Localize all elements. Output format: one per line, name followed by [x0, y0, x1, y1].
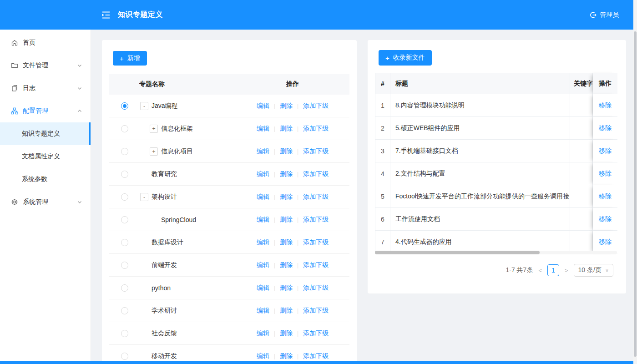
radio-button[interactable] — [121, 353, 128, 360]
radio-button[interactable] — [121, 307, 128, 314]
expander-spacer — [150, 216, 158, 224]
vertical-scrollbar[interactable] — [633, 0, 637, 364]
radio-button[interactable] — [121, 171, 128, 178]
remove-link[interactable]: 移除 — [599, 215, 612, 223]
horizontal-scrollbar-thumb[interactable] — [375, 251, 540, 254]
remove-link[interactable]: 移除 — [599, 238, 612, 246]
expander-spacer — [140, 170, 148, 178]
prev-page-button[interactable]: < — [537, 267, 543, 274]
column-header-actions: 操作 — [236, 80, 349, 88]
sidebar-item-文件管理[interactable]: 文件管理 — [0, 54, 91, 77]
radio-button[interactable] — [121, 239, 128, 246]
topic-name: 架构设计 — [152, 193, 177, 201]
sidebar-item-系统参数[interactable]: 系统参数 — [0, 168, 91, 191]
delete-link[interactable]: 删除 — [280, 352, 293, 360]
add-child-link[interactable]: 添加下级 — [303, 261, 329, 269]
divider: | — [274, 126, 275, 132]
edit-link[interactable]: 编辑 — [257, 193, 269, 201]
add-child-link[interactable]: 添加下级 — [303, 329, 329, 338]
sidebar-item-系统管理[interactable]: 系统管理 — [0, 191, 91, 213]
sidebar-item-日志[interactable]: 日志 — [0, 77, 91, 100]
delete-link[interactable]: 删除 — [280, 238, 293, 247]
radio-button[interactable] — [121, 330, 128, 337]
radio-button[interactable] — [121, 125, 128, 132]
user-menu[interactable]: 管理员 — [590, 0, 619, 30]
add-child-link[interactable]: 添加下级 — [303, 170, 329, 178]
delete-link[interactable]: 删除 — [280, 284, 293, 292]
sidebar-item-配置管理[interactable]: 配置管理 — [0, 100, 91, 122]
topic-name: python — [152, 284, 171, 292]
sidebar-item-label: 文档属性定义 — [22, 152, 60, 161]
divider: | — [297, 148, 298, 155]
delete-link[interactable]: 删除 — [280, 193, 293, 201]
edit-link[interactable]: 编辑 — [257, 238, 269, 247]
edit-link[interactable]: 编辑 — [257, 170, 269, 178]
divider: | — [274, 217, 275, 223]
add-child-link[interactable]: 添加下级 — [303, 125, 329, 133]
edit-link[interactable]: 编辑 — [257, 284, 269, 292]
topics-table: 专题名称 操作 -Java编程编辑|删除|添加下级+信息化框架编辑|删除|添加下… — [109, 74, 349, 364]
topics-panel: + 新增 专题名称 操作 -Java编程编辑|删除|添加下级+信息化框架编辑|删… — [102, 40, 357, 364]
remove-link[interactable]: 移除 — [599, 147, 612, 155]
add-child-link[interactable]: 添加下级 — [303, 102, 329, 110]
delete-link[interactable]: 删除 — [280, 102, 293, 110]
radio-button[interactable] — [121, 216, 128, 223]
collect-file-button[interactable]: + 收录新文件 — [379, 50, 432, 66]
add-child-link[interactable]: 添加下级 — [303, 284, 329, 292]
vertical-scrollbar-thumb[interactable] — [634, 31, 637, 357]
delete-link[interactable]: 删除 — [280, 216, 293, 224]
edit-link[interactable]: 编辑 — [257, 216, 269, 224]
add-child-link[interactable]: 添加下级 — [303, 352, 329, 360]
expand-toggle[interactable]: + — [150, 147, 158, 156]
remove-link[interactable]: 移除 — [599, 101, 612, 110]
remove-link[interactable]: 移除 — [599, 124, 612, 132]
topics-table-body: -Java编程编辑|删除|添加下级+信息化框架编辑|删除|添加下级+信息化项目编… — [109, 95, 349, 364]
remove-link[interactable]: 移除 — [599, 170, 612, 178]
expand-toggle[interactable]: + — [150, 125, 158, 133]
edit-link[interactable]: 编辑 — [257, 102, 269, 110]
current-page-button[interactable]: 1 — [547, 264, 559, 276]
delete-link[interactable]: 删除 — [280, 170, 293, 178]
next-page-button[interactable]: > — [564, 267, 569, 274]
delete-link[interactable]: 删除 — [280, 261, 293, 269]
sidebar-item-文档属性定义[interactable]: 文档属性定义 — [0, 145, 91, 168]
horizontal-scrollbar[interactable] — [375, 251, 617, 254]
radio-button[interactable] — [121, 102, 128, 110]
menu-fold-icon[interactable] — [101, 10, 111, 20]
collapse-toggle[interactable]: - — [140, 102, 148, 110]
delete-link[interactable]: 删除 — [280, 125, 293, 133]
radio-button[interactable] — [121, 284, 128, 292]
radio-button[interactable] — [121, 148, 128, 155]
add-child-link[interactable]: 添加下级 — [303, 307, 329, 315]
collapse-toggle[interactable]: - — [140, 193, 148, 201]
add-child-link[interactable]: 添加下级 — [303, 238, 329, 247]
page-size-select[interactable]: 10 条/页 ∨ — [574, 264, 613, 277]
document-keyword — [570, 231, 593, 253]
remove-link[interactable]: 移除 — [599, 192, 612, 201]
radio-button[interactable] — [121, 262, 128, 269]
edit-link[interactable]: 编辑 — [257, 261, 269, 269]
radio-button[interactable] — [121, 193, 128, 201]
edit-link[interactable]: 编辑 — [257, 147, 269, 156]
folder-icon — [11, 62, 18, 69]
edit-link[interactable]: 编辑 — [257, 329, 269, 338]
row-actions: 编辑|删除|添加下级 — [236, 307, 349, 315]
sidebar-item-label: 日志 — [23, 84, 35, 92]
add-child-link[interactable]: 添加下级 — [303, 193, 329, 201]
edit-link[interactable]: 编辑 — [257, 125, 269, 133]
sidebar-item-label: 系统管理 — [23, 198, 48, 206]
delete-link[interactable]: 删除 — [280, 329, 293, 338]
edit-link[interactable]: 编辑 — [257, 307, 269, 315]
add-child-link[interactable]: 添加下级 — [303, 216, 329, 224]
document-keyword — [570, 162, 593, 185]
row-index: 6 — [375, 208, 390, 231]
document-title: 5.硕正WEB组件的应用 — [390, 117, 570, 140]
sidebar-item-知识专题定义[interactable]: 知识专题定义 — [0, 122, 91, 145]
sidebar-item-首页[interactable]: 首页 — [0, 31, 91, 54]
edit-link[interactable]: 编辑 — [257, 352, 269, 360]
add-child-link[interactable]: 添加下级 — [303, 147, 329, 156]
add-topic-button[interactable]: + 新增 — [113, 51, 147, 66]
delete-link[interactable]: 删除 — [280, 307, 293, 315]
delete-link[interactable]: 删除 — [280, 147, 293, 156]
topics-table-header: 专题名称 操作 — [109, 74, 349, 95]
